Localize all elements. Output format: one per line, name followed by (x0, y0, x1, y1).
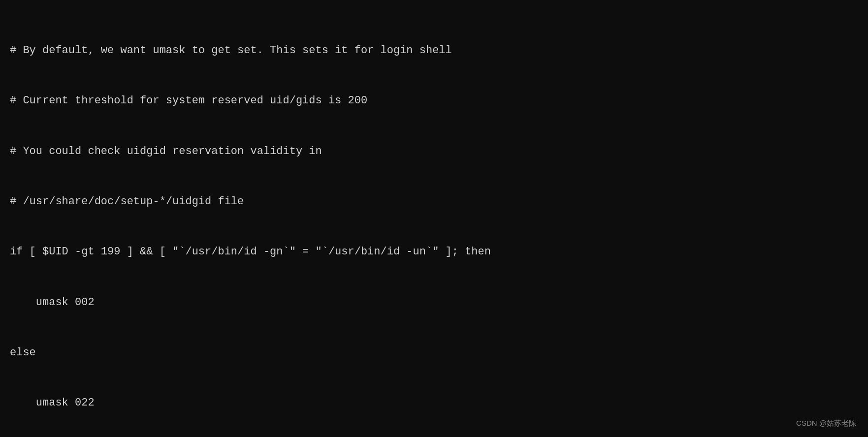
code-line-1: # By default, we want umask to get set. … (10, 42, 858, 59)
code-editor: # By default, we want umask to get set. … (0, 0, 868, 437)
code-line-7: else (10, 344, 858, 361)
code-line-4: # /usr/share/doc/setup-*/uidgid file (10, 193, 858, 210)
code-line-3: # You could check uidgid reservation val… (10, 143, 858, 160)
code-line-2: # Current threshold for system reserved … (10, 93, 858, 109)
code-line-8: umask 022 (10, 395, 858, 411)
code-line-5: if [ $UID -gt 199 ] && [ "`/usr/bin/id -… (10, 244, 858, 260)
watermark: CSDN @姑苏老陈 (796, 419, 856, 428)
code-line-6: umask 002 (10, 294, 858, 311)
